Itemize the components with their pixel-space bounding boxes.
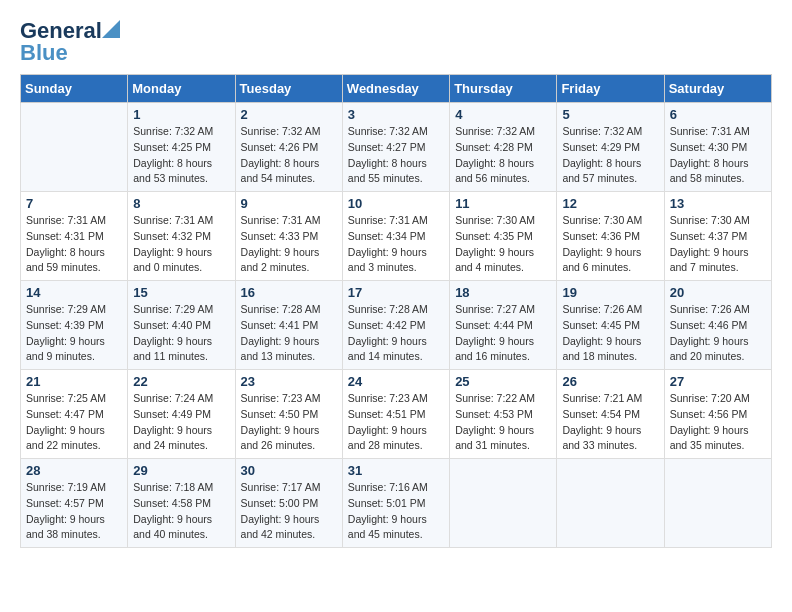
day-number: 26 — [562, 374, 658, 389]
day-number: 30 — [241, 463, 337, 478]
day-info: Sunrise: 7:32 AM Sunset: 4:28 PM Dayligh… — [455, 124, 551, 187]
day-number: 1 — [133, 107, 229, 122]
day-info: Sunrise: 7:31 AM Sunset: 4:30 PM Dayligh… — [670, 124, 766, 187]
day-number: 6 — [670, 107, 766, 122]
calendar-cell: 7Sunrise: 7:31 AM Sunset: 4:31 PM Daylig… — [21, 192, 128, 281]
calendar-cell: 29Sunrise: 7:18 AM Sunset: 4:58 PM Dayli… — [128, 459, 235, 548]
day-number: 19 — [562, 285, 658, 300]
logo-text: GeneralBlue — [20, 20, 102, 64]
calendar-week-5: 28Sunrise: 7:19 AM Sunset: 4:57 PM Dayli… — [21, 459, 772, 548]
day-number: 15 — [133, 285, 229, 300]
day-info: Sunrise: 7:32 AM Sunset: 4:29 PM Dayligh… — [562, 124, 658, 187]
calendar-cell: 24Sunrise: 7:23 AM Sunset: 4:51 PM Dayli… — [342, 370, 449, 459]
calendar-cell: 4Sunrise: 7:32 AM Sunset: 4:28 PM Daylig… — [450, 103, 557, 192]
day-number: 25 — [455, 374, 551, 389]
day-number: 27 — [670, 374, 766, 389]
day-info: Sunrise: 7:31 AM Sunset: 4:32 PM Dayligh… — [133, 213, 229, 276]
calendar-week-3: 14Sunrise: 7:29 AM Sunset: 4:39 PM Dayli… — [21, 281, 772, 370]
day-number: 24 — [348, 374, 444, 389]
calendar-cell: 19Sunrise: 7:26 AM Sunset: 4:45 PM Dayli… — [557, 281, 664, 370]
day-number: 28 — [26, 463, 122, 478]
day-info: Sunrise: 7:31 AM Sunset: 4:33 PM Dayligh… — [241, 213, 337, 276]
calendar-cell: 21Sunrise: 7:25 AM Sunset: 4:47 PM Dayli… — [21, 370, 128, 459]
day-number: 5 — [562, 107, 658, 122]
day-number: 20 — [670, 285, 766, 300]
calendar-cell — [450, 459, 557, 548]
header-sunday: Sunday — [21, 75, 128, 103]
day-info: Sunrise: 7:32 AM Sunset: 4:25 PM Dayligh… — [133, 124, 229, 187]
calendar-cell: 6Sunrise: 7:31 AM Sunset: 4:30 PM Daylig… — [664, 103, 771, 192]
calendar-cell: 2Sunrise: 7:32 AM Sunset: 4:26 PM Daylig… — [235, 103, 342, 192]
day-info: Sunrise: 7:29 AM Sunset: 4:39 PM Dayligh… — [26, 302, 122, 365]
calendar-cell: 5Sunrise: 7:32 AM Sunset: 4:29 PM Daylig… — [557, 103, 664, 192]
calendar-table: SundayMondayTuesdayWednesdayThursdayFrid… — [20, 74, 772, 548]
calendar-week-2: 7Sunrise: 7:31 AM Sunset: 4:31 PM Daylig… — [21, 192, 772, 281]
day-info: Sunrise: 7:24 AM Sunset: 4:49 PM Dayligh… — [133, 391, 229, 454]
day-info: Sunrise: 7:25 AM Sunset: 4:47 PM Dayligh… — [26, 391, 122, 454]
day-number: 7 — [26, 196, 122, 211]
calendar-cell: 17Sunrise: 7:28 AM Sunset: 4:42 PM Dayli… — [342, 281, 449, 370]
calendar-week-1: 1Sunrise: 7:32 AM Sunset: 4:25 PM Daylig… — [21, 103, 772, 192]
day-info: Sunrise: 7:30 AM Sunset: 4:36 PM Dayligh… — [562, 213, 658, 276]
calendar-cell: 25Sunrise: 7:22 AM Sunset: 4:53 PM Dayli… — [450, 370, 557, 459]
day-number: 8 — [133, 196, 229, 211]
day-info: Sunrise: 7:26 AM Sunset: 4:46 PM Dayligh… — [670, 302, 766, 365]
page-header: GeneralBlue — [20, 20, 772, 64]
day-number: 12 — [562, 196, 658, 211]
day-info: Sunrise: 7:28 AM Sunset: 4:42 PM Dayligh… — [348, 302, 444, 365]
day-number: 3 — [348, 107, 444, 122]
calendar-cell: 3Sunrise: 7:32 AM Sunset: 4:27 PM Daylig… — [342, 103, 449, 192]
logo: GeneralBlue — [20, 20, 102, 64]
day-number: 18 — [455, 285, 551, 300]
day-number: 14 — [26, 285, 122, 300]
calendar-cell: 16Sunrise: 7:28 AM Sunset: 4:41 PM Dayli… — [235, 281, 342, 370]
header-monday: Monday — [128, 75, 235, 103]
day-info: Sunrise: 7:30 AM Sunset: 4:37 PM Dayligh… — [670, 213, 766, 276]
day-info: Sunrise: 7:30 AM Sunset: 4:35 PM Dayligh… — [455, 213, 551, 276]
day-info: Sunrise: 7:23 AM Sunset: 4:50 PM Dayligh… — [241, 391, 337, 454]
calendar-header-row: SundayMondayTuesdayWednesdayThursdayFrid… — [21, 75, 772, 103]
header-friday: Friday — [557, 75, 664, 103]
day-info: Sunrise: 7:26 AM Sunset: 4:45 PM Dayligh… — [562, 302, 658, 365]
calendar-cell: 9Sunrise: 7:31 AM Sunset: 4:33 PM Daylig… — [235, 192, 342, 281]
header-saturday: Saturday — [664, 75, 771, 103]
calendar-cell — [557, 459, 664, 548]
calendar-cell: 23Sunrise: 7:23 AM Sunset: 4:50 PM Dayli… — [235, 370, 342, 459]
day-info: Sunrise: 7:20 AM Sunset: 4:56 PM Dayligh… — [670, 391, 766, 454]
day-number: 4 — [455, 107, 551, 122]
day-number: 21 — [26, 374, 122, 389]
calendar-cell: 20Sunrise: 7:26 AM Sunset: 4:46 PM Dayli… — [664, 281, 771, 370]
day-number: 13 — [670, 196, 766, 211]
header-thursday: Thursday — [450, 75, 557, 103]
calendar-cell: 31Sunrise: 7:16 AM Sunset: 5:01 PM Dayli… — [342, 459, 449, 548]
day-info: Sunrise: 7:29 AM Sunset: 4:40 PM Dayligh… — [133, 302, 229, 365]
calendar-cell: 8Sunrise: 7:31 AM Sunset: 4:32 PM Daylig… — [128, 192, 235, 281]
day-number: 22 — [133, 374, 229, 389]
day-info: Sunrise: 7:32 AM Sunset: 4:26 PM Dayligh… — [241, 124, 337, 187]
header-tuesday: Tuesday — [235, 75, 342, 103]
day-info: Sunrise: 7:32 AM Sunset: 4:27 PM Dayligh… — [348, 124, 444, 187]
day-number: 9 — [241, 196, 337, 211]
calendar-cell: 15Sunrise: 7:29 AM Sunset: 4:40 PM Dayli… — [128, 281, 235, 370]
day-info: Sunrise: 7:23 AM Sunset: 4:51 PM Dayligh… — [348, 391, 444, 454]
calendar-week-4: 21Sunrise: 7:25 AM Sunset: 4:47 PM Dayli… — [21, 370, 772, 459]
calendar-cell: 1Sunrise: 7:32 AM Sunset: 4:25 PM Daylig… — [128, 103, 235, 192]
calendar-cell: 13Sunrise: 7:30 AM Sunset: 4:37 PM Dayli… — [664, 192, 771, 281]
day-info: Sunrise: 7:21 AM Sunset: 4:54 PM Dayligh… — [562, 391, 658, 454]
calendar-cell: 14Sunrise: 7:29 AM Sunset: 4:39 PM Dayli… — [21, 281, 128, 370]
day-info: Sunrise: 7:28 AM Sunset: 4:41 PM Dayligh… — [241, 302, 337, 365]
day-number: 11 — [455, 196, 551, 211]
calendar-cell: 22Sunrise: 7:24 AM Sunset: 4:49 PM Dayli… — [128, 370, 235, 459]
day-info: Sunrise: 7:31 AM Sunset: 4:31 PM Dayligh… — [26, 213, 122, 276]
calendar-cell — [664, 459, 771, 548]
day-info: Sunrise: 7:31 AM Sunset: 4:34 PM Dayligh… — [348, 213, 444, 276]
day-number: 17 — [348, 285, 444, 300]
calendar-cell: 26Sunrise: 7:21 AM Sunset: 4:54 PM Dayli… — [557, 370, 664, 459]
day-number: 16 — [241, 285, 337, 300]
calendar-cell: 30Sunrise: 7:17 AM Sunset: 5:00 PM Dayli… — [235, 459, 342, 548]
day-info: Sunrise: 7:16 AM Sunset: 5:01 PM Dayligh… — [348, 480, 444, 543]
calendar-cell: 27Sunrise: 7:20 AM Sunset: 4:56 PM Dayli… — [664, 370, 771, 459]
day-number: 29 — [133, 463, 229, 478]
day-number: 10 — [348, 196, 444, 211]
day-info: Sunrise: 7:22 AM Sunset: 4:53 PM Dayligh… — [455, 391, 551, 454]
